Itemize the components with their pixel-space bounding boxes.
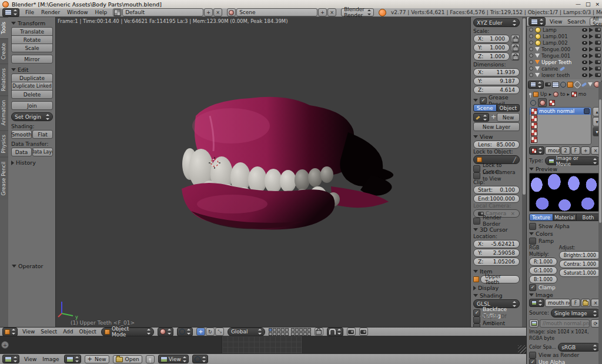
properties-scrollbar[interactable] <box>598 82 602 364</box>
rotation-mode-dropdown[interactable]: XYZ Euler <box>473 18 520 27</box>
renderability-icon[interactable] <box>595 54 601 58</box>
lens-field[interactable]: Lens:85.000 <box>473 141 520 149</box>
shade-flat-button[interactable]: Flat <box>32 130 53 139</box>
properties-editor-type-dropdown[interactable] <box>528 81 544 89</box>
uv-channel-dropdown[interactable] <box>192 355 208 363</box>
selectability-icon[interactable] <box>589 66 593 71</box>
scene-delete-button[interactable]: × <box>327 8 336 16</box>
maximize-button[interactable]: □ <box>586 1 591 7</box>
scene-field[interactable]: Scene <box>236 8 317 16</box>
texture-new-button[interactable]: + <box>581 146 590 155</box>
use-alpha-checkbox[interactable] <box>529 359 536 364</box>
texture-slot-empty[interactable] <box>530 129 591 136</box>
texture-users-button[interactable]: 2 <box>561 146 570 155</box>
tab-object[interactable] <box>567 81 573 88</box>
gp-scene-tab[interactable]: Scene <box>473 104 497 112</box>
scale-x-field[interactable]: X:1.000 <box>473 35 510 43</box>
close-button[interactable]: × <box>595 1 600 7</box>
scene-add-button[interactable]: + <box>318 8 327 16</box>
preview-both-button[interactable]: Both <box>577 213 600 221</box>
ramp-checkbox[interactable] <box>529 238 536 245</box>
rgb-g-field[interactable]: G:1.000 <box>529 266 557 275</box>
disclosure-icon[interactable] <box>529 66 533 71</box>
saturation-field[interactable]: Saturat:1.000 <box>559 269 601 277</box>
disclosure-icon[interactable] <box>529 73 533 77</box>
menu-add[interactable]: Add <box>62 329 74 335</box>
uv-open-button[interactable]: Open <box>113 355 142 363</box>
texture-context-material[interactable] <box>538 98 547 107</box>
duplicate-linked-button[interactable]: Duplicate Linked <box>11 82 53 91</box>
texture-browse-dropdown[interactable] <box>529 146 544 155</box>
outliner-row-canine[interactable]: canine <box>527 65 602 72</box>
visibility-icon[interactable] <box>582 67 587 71</box>
scale-button[interactable]: Scale <box>11 44 53 52</box>
visibility-icon[interactable] <box>582 41 587 45</box>
visibility-icon[interactable] <box>582 54 587 58</box>
mirror-button[interactable]: Mirror <box>11 55 53 64</box>
clip-start-field[interactable]: Start:0.100 <box>473 186 520 194</box>
minimize-button[interactable]: — <box>576 1 581 7</box>
mode-dropdown[interactable]: Object Mode <box>101 328 154 336</box>
clamp-checkbox[interactable] <box>529 284 536 291</box>
dim-z-field[interactable]: Z:4.614 <box>473 86 520 94</box>
outliner-menu-view[interactable]: View <box>549 19 563 25</box>
menu-help[interactable]: Help <box>94 9 109 15</box>
join-button[interactable]: Join <box>11 101 53 110</box>
viewport-3d[interactable]: Frame:1 | Time:00:14.40 | Ve:64621 Fa:11… <box>56 17 470 327</box>
brightness-field[interactable]: Brightn:1.000 <box>559 251 601 259</box>
source-dropdown[interactable]: Single Image <box>551 309 600 318</box>
scale-y-lock-button[interactable] <box>511 44 520 52</box>
transform-panel-header[interactable]: Transform <box>11 19 53 27</box>
menu-render[interactable]: Render <box>40 9 61 15</box>
layout-delete-button[interactable]: × <box>213 8 222 16</box>
history-panel-header[interactable]: History <box>11 159 53 166</box>
gp-object-tab[interactable]: Object <box>497 104 520 112</box>
tab-tools[interactable]: Tools <box>0 17 8 38</box>
colorspace-dropdown[interactable]: sRGB <box>558 343 600 352</box>
renderability-icon[interactable] <box>595 73 601 77</box>
tab-modifiers[interactable] <box>581 81 587 88</box>
backface-culling-checkbox[interactable] <box>473 309 480 316</box>
manipulator-scale-button[interactable]: ⤡ <box>215 328 224 336</box>
outliner-row-upper-teeth[interactable]: Upper Teeth <box>527 59 602 65</box>
dim-x-field[interactable]: X:11.939 <box>473 68 520 76</box>
pin-icon[interactable] <box>529 93 531 95</box>
selectability-icon[interactable] <box>589 28 593 32</box>
texture-slot-active[interactable]: mouth normal <box>530 108 591 115</box>
renderability-icon[interactable] <box>595 41 601 45</box>
operator-panel-header[interactable]: Operator <box>12 262 44 270</box>
uv-editor-canvas[interactable]: + <box>0 336 526 353</box>
viewport-editor-type-dropdown[interactable] <box>2 328 18 336</box>
texture-context-other[interactable] <box>548 99 556 106</box>
disclosure-icon[interactable] <box>529 41 533 45</box>
edit-panel-header[interactable]: Edit <box>11 66 53 74</box>
uv-display-mode-dropdown[interactable]: View <box>158 355 189 363</box>
opengl-render-anim-button[interactable] <box>359 328 368 336</box>
duplicate-button[interactable]: Duplicate <box>11 74 53 82</box>
data-layout-button[interactable]: Data Layo <box>32 148 53 156</box>
crumb-texture[interactable]: mo <box>578 91 586 97</box>
outliner-row-lamp002[interactable]: Lamp.002 <box>527 39 602 46</box>
selectability-icon[interactable] <box>589 54 593 58</box>
item-name-field[interactable]: Upper Teeth <box>480 275 520 283</box>
depth-of-field-checkbox[interactable] <box>473 316 480 323</box>
view-as-render-checkbox[interactable] <box>529 352 536 359</box>
disclosure-icon[interactable] <box>529 54 533 58</box>
scale-y-field[interactable]: Y:1.000 <box>473 44 510 52</box>
layer-buttons[interactable] <box>269 328 311 336</box>
image-open-button[interactable] <box>581 299 590 307</box>
uv-image-browse-dropdown[interactable] <box>64 355 81 363</box>
preview-texture-button[interactable]: Texture <box>529 213 553 221</box>
tab-render[interactable] <box>545 81 551 88</box>
show-alpha-checkbox[interactable] <box>529 223 536 230</box>
renderability-icon[interactable] <box>595 28 601 32</box>
dim-y-field[interactable]: Y:9.187 <box>473 77 520 85</box>
scale-x-lock-button[interactable] <box>511 35 520 43</box>
cursor-x-field[interactable]: X:-5.62421 <box>473 240 520 248</box>
texture-slot-empty[interactable] <box>530 136 591 143</box>
tab-constraints[interactable] <box>574 81 580 88</box>
view-panel-header[interactable]: View <box>473 133 520 141</box>
image-panel-header[interactable]: Image <box>529 291 600 299</box>
orientation-dropdown[interactable]: Global <box>228 328 265 336</box>
tab-grease-pencil[interactable]: Grease Pencil <box>0 157 8 200</box>
